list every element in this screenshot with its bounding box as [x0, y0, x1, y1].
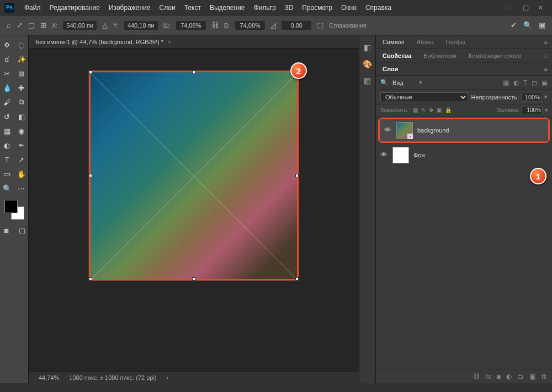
workspace-icon[interactable]: ▣: [539, 21, 545, 29]
layer-row[interactable]: 👁 ▪ background: [380, 119, 548, 141]
tab-close-icon[interactable]: ×: [168, 39, 171, 45]
lock-position-icon[interactable]: ✥: [429, 107, 433, 113]
window-close-icon[interactable]: ✕: [538, 4, 543, 12]
x-field[interactable]: 540,00 пи: [63, 21, 97, 30]
crop-tool-icon[interactable]: ✂: [1, 67, 13, 80]
path-tool-icon[interactable]: ↗: [15, 153, 28, 166]
delta-icon[interactable]: △: [102, 21, 108, 29]
canvas-document[interactable]: 2: [89, 71, 299, 280]
w-field[interactable]: 74,08%: [176, 21, 206, 30]
blur-tool-icon[interactable]: ◉: [15, 125, 28, 137]
document-tab[interactable]: Без имени-1 @ 44,7% (background, RGB/8#)…: [29, 35, 359, 49]
lock-brush-icon[interactable]: ✎: [421, 107, 426, 113]
group-icon[interactable]: 🗀: [517, 373, 524, 380]
home-icon[interactable]: ⌂: [7, 21, 11, 29]
pen-tool-icon[interactable]: ✒: [15, 139, 28, 151]
window-minimize-icon[interactable]: —: [507, 4, 514, 12]
layer-name[interactable]: Фон: [413, 152, 425, 158]
stamp-tool-icon[interactable]: ⧉: [15, 96, 28, 108]
layer-row[interactable]: 👁 Фон: [376, 144, 552, 166]
transform-handle[interactable]: [89, 174, 92, 177]
opacity-field[interactable]: [521, 93, 542, 102]
y-field[interactable]: 440,18 пи: [124, 21, 158, 30]
antialias-label[interactable]: Сглаживание: [329, 22, 367, 29]
filter-search-icon[interactable]: 🔍: [380, 79, 388, 86]
tab-paragraph[interactable]: Абзац: [415, 36, 436, 47]
fill-field[interactable]: [522, 106, 543, 114]
color-swatch[interactable]: [4, 200, 24, 220]
skew-h-icon[interactable]: ⬚: [317, 21, 323, 29]
lasso-tool-icon[interactable]: ɗ: [1, 53, 13, 65]
transform-handle[interactable]: [89, 71, 92, 74]
filter-smart-icon[interactable]: ▣: [542, 79, 548, 87]
panel-icon-adjustments[interactable]: ◧: [364, 43, 371, 52]
h-field[interactable]: 74,08%: [235, 21, 265, 30]
status-chevron-icon[interactable]: ›: [167, 374, 169, 381]
hand-tool-icon[interactable]: ✋: [15, 168, 28, 180]
delete-layer-icon[interactable]: 🗑: [541, 373, 548, 380]
menu-help[interactable]: Справка: [361, 4, 396, 12]
commit-icon[interactable]: ✔: [511, 21, 517, 29]
menu-view[interactable]: Просмотр: [298, 4, 337, 12]
transform-handle[interactable]: [192, 277, 195, 280]
new-layer-icon[interactable]: ▣: [529, 373, 535, 380]
panel-menu-icon[interactable]: ≡: [544, 66, 548, 72]
lock-all-icon[interactable]: 🔒: [445, 107, 452, 113]
layer-mask-icon[interactable]: ◙: [497, 373, 501, 380]
frame-tool-icon[interactable]: ⊠: [15, 67, 28, 80]
layer-visibility-icon[interactable]: 👁: [380, 151, 388, 159]
menu-window[interactable]: Окно: [337, 4, 361, 12]
marquee-tool-icon[interactable]: ◌: [15, 39, 28, 51]
panel-menu-icon[interactable]: ≡: [544, 39, 548, 45]
screenmode-icon[interactable]: ▢: [16, 224, 28, 236]
menu-select[interactable]: Выделение: [205, 4, 250, 12]
tab-glyphs[interactable]: Глифы: [444, 36, 468, 47]
tab-properties[interactable]: Свойства: [380, 50, 413, 61]
link-layers-icon[interactable]: ⛓: [474, 373, 480, 380]
filter-pixel-icon[interactable]: ▦: [503, 79, 509, 87]
gradient-tool-icon[interactable]: ▦: [1, 125, 13, 137]
transform-handle[interactable]: [295, 174, 299, 177]
chevron-down-icon[interactable]: ▾: [545, 107, 548, 113]
shape-tool-icon[interactable]: ▭: [1, 168, 13, 180]
eraser-tool-icon[interactable]: ◧: [15, 110, 28, 123]
tab-layer-comps[interactable]: Композиции слоев: [466, 50, 523, 61]
layer-fx-icon[interactable]: fx: [486, 373, 491, 380]
magic-wand-tool-icon[interactable]: ✨: [15, 53, 28, 65]
brush-tool-icon[interactable]: 🖌: [1, 96, 13, 108]
panel-icon-color[interactable]: 🎨: [363, 60, 372, 68]
layer-name[interactable]: background: [417, 127, 449, 134]
panel-menu-icon[interactable]: ≡: [544, 52, 548, 59]
tab-character[interactable]: Символ: [380, 36, 407, 47]
blend-mode-select[interactable]: Обычные: [380, 92, 468, 102]
menu-3d[interactable]: 3D: [280, 4, 298, 12]
tab-layers[interactable]: Слои: [380, 63, 400, 75]
angle-field[interactable]: 0,00: [282, 21, 311, 30]
layer-thumbnail[interactable]: [392, 147, 409, 163]
menu-edit[interactable]: Редактирование: [45, 4, 104, 12]
filter-type-icon[interactable]: T: [523, 79, 527, 87]
layer-visibility-icon[interactable]: 👁: [384, 126, 392, 134]
chevron-down-icon[interactable]: ▾: [419, 79, 422, 86]
transform-handle[interactable]: [89, 277, 92, 280]
window-maximize-icon[interactable]: ▢: [523, 4, 529, 12]
zoom-tool-icon[interactable]: 🔍: [1, 182, 13, 194]
canvas-viewport[interactable]: 2: [29, 49, 359, 371]
panel-icon-swatches[interactable]: ▦: [364, 76, 371, 85]
eyedropper-tool-icon[interactable]: 💧: [1, 82, 13, 94]
grid-ref-icon[interactable]: ⊞: [40, 21, 46, 29]
lock-artboard-icon[interactable]: ▣: [437, 107, 442, 113]
menu-type[interactable]: Текст: [180, 4, 205, 12]
history-brush-icon[interactable]: ↺: [1, 110, 13, 123]
menu-layer[interactable]: Слои: [155, 4, 180, 12]
menu-image[interactable]: Изображение: [104, 4, 155, 12]
more-tools-icon[interactable]: ⋯: [15, 182, 28, 194]
menu-file[interactable]: Файл: [20, 4, 45, 12]
dodge-tool-icon[interactable]: ◐: [1, 139, 13, 151]
move-tool-icon[interactable]: ✥: [1, 39, 13, 51]
lock-pixels-icon[interactable]: ▦: [413, 107, 418, 113]
tab-libraries[interactable]: Библиотеки: [421, 50, 459, 61]
filter-shape-icon[interactable]: ◻: [532, 79, 537, 87]
healing-tool-icon[interactable]: ✚: [15, 82, 28, 94]
filter-kind-select[interactable]: [392, 80, 415, 86]
